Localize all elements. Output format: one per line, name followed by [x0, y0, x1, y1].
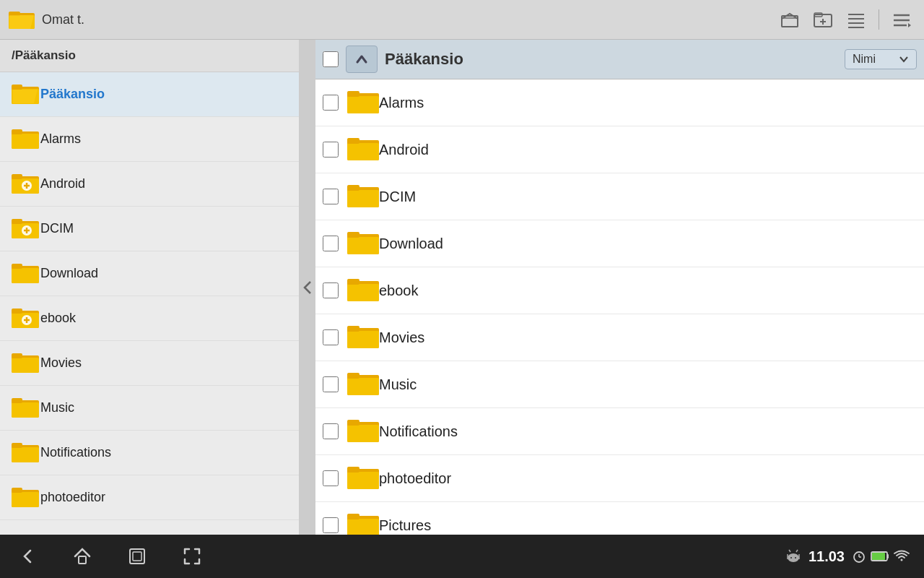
svg-rect-50: [12, 402, 39, 418]
clock-display: 11.03: [808, 548, 845, 565]
svg-rect-63: [347, 138, 359, 144]
sidebar-item-label: Pääkansio: [40, 87, 105, 102]
toolbar-actions: [776, 6, 915, 33]
sidebar-item-notifications[interactable]: Notifications: [0, 431, 299, 475]
connectivity-icons: [852, 549, 910, 564]
select-all-checkbox[interactable]: [323, 51, 339, 67]
file-row[interactable]: Notifications: [315, 408, 924, 455]
sidebar-collapse-handle[interactable]: [300, 40, 315, 535]
svg-rect-51: [12, 398, 22, 403]
file-row[interactable]: Download: [315, 220, 924, 267]
file-folder-icon: [347, 87, 379, 118]
sidebar-item-android[interactable]: Android: [0, 162, 299, 207]
file-checkbox[interactable]: [323, 95, 339, 111]
sidebar-item-label: Download: [40, 266, 98, 281]
svg-rect-33: [12, 219, 22, 224]
folder-icon: [12, 350, 40, 377]
file-checkbox[interactable]: [323, 189, 339, 204]
sidebar-item-ebook[interactable]: ebook: [0, 296, 299, 341]
folder-icon: [12, 81, 40, 108]
svg-rect-23: [12, 134, 39, 149]
sidebar-item-label: photoeditor: [40, 490, 105, 505]
svg-point-95: [795, 557, 796, 558]
svg-rect-62: [347, 143, 379, 160]
svg-rect-39: [12, 264, 22, 269]
sidebar-item-download[interactable]: Download: [0, 251, 299, 296]
file-row[interactable]: DCIM: [315, 173, 924, 220]
back-button[interactable]: [14, 543, 40, 569]
file-folder-icon: [347, 134, 379, 165]
fullscreen-button[interactable]: [179, 543, 205, 569]
bottom-status: 11.03: [785, 548, 910, 565]
file-row[interactable]: Alarms: [315, 79, 924, 126]
file-checkbox[interactable]: [323, 423, 339, 439]
sidebar-item-alarms[interactable]: Alarms: [0, 117, 299, 162]
menu-icon: [892, 10, 911, 29]
file-name: Pictures: [379, 517, 431, 534]
svg-rect-102: [887, 554, 889, 558]
file-checkbox[interactable]: [323, 236, 339, 251]
svg-rect-86: [347, 519, 379, 535]
battery-icon: [871, 550, 889, 563]
new-folder-button[interactable]: [809, 6, 837, 33]
home-folder-button[interactable]: [776, 6, 803, 33]
sidebar-item-movies[interactable]: Movies: [0, 341, 299, 386]
fullscreen-icon: [182, 546, 202, 566]
file-row[interactable]: Android: [315, 126, 924, 173]
svg-rect-80: [347, 425, 379, 442]
svg-rect-53: [12, 447, 39, 462]
svg-rect-5: [782, 18, 798, 27]
svg-rect-84: [347, 467, 359, 473]
file-checkbox[interactable]: [323, 329, 339, 345]
up-arrow-icon: [352, 49, 372, 69]
svg-rect-20: [12, 85, 22, 90]
collapse-arrow-icon: [303, 280, 312, 295]
file-row[interactable]: Pictures: [315, 502, 924, 535]
svg-rect-47: [12, 358, 39, 373]
folder-icon: [12, 171, 40, 198]
file-folder-icon: [347, 275, 379, 306]
back-icon: [17, 546, 38, 566]
sidebar-item-music[interactable]: Music: [0, 386, 299, 431]
sidebar-item-label: Notifications: [40, 445, 111, 460]
file-checkbox[interactable]: [323, 142, 339, 158]
list-view-button[interactable]: [842, 6, 870, 33]
svg-rect-48: [12, 353, 22, 358]
file-name: Notifications: [379, 423, 458, 440]
file-checkbox[interactable]: [323, 517, 339, 533]
sidebar-item-label: DCIM: [40, 221, 74, 236]
sort-button[interactable]: Nimi: [845, 49, 917, 69]
svg-rect-66: [347, 185, 359, 191]
folder-icon: [12, 439, 40, 467]
folder-icon: [12, 215, 40, 243]
file-row[interactable]: Movies: [315, 314, 924, 361]
file-panel: Pääkansio Nimi Alarms Android DCIM Down: [315, 40, 924, 535]
svg-rect-71: [347, 284, 379, 301]
svg-rect-89: [130, 549, 144, 564]
recent-button[interactable]: [124, 543, 150, 569]
sidebar-item-photoeditor[interactable]: photoeditor: [0, 475, 299, 520]
file-checkbox[interactable]: [323, 470, 339, 486]
sidebar-item-dcim[interactable]: DCIM: [0, 207, 299, 251]
file-name: Movies: [379, 329, 424, 346]
file-row[interactable]: photoeditor: [315, 455, 924, 502]
home-folder-icon: [780, 10, 799, 29]
file-list: Alarms Android DCIM Download ebook Movie…: [315, 79, 924, 535]
svg-rect-65: [347, 190, 379, 207]
file-name: photoeditor: [379, 470, 451, 487]
file-folder-icon: [347, 510, 379, 535]
up-directory-button[interactable]: [346, 46, 378, 73]
svg-marker-21: [13, 90, 38, 103]
file-name: Music: [379, 376, 417, 393]
svg-rect-90: [133, 552, 141, 561]
sidebar-item-paakansio[interactable]: Pääkansio: [0, 72, 299, 117]
top-bar: Omat t.: [0, 0, 924, 40]
file-checkbox[interactable]: [323, 376, 339, 392]
svg-rect-38: [12, 268, 39, 283]
home-button[interactable]: [69, 543, 95, 569]
file-row[interactable]: Music: [315, 361, 924, 408]
menu-button[interactable]: [888, 6, 915, 33]
android-icon: [785, 548, 801, 564]
file-checkbox[interactable]: [323, 282, 339, 298]
file-row[interactable]: ebook: [315, 267, 924, 314]
